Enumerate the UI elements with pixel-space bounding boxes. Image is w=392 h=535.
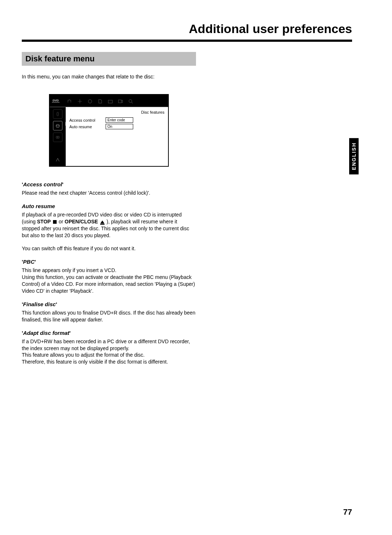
tab-icon-5: [105, 97, 115, 106]
title-rule: [22, 40, 352, 42]
stop-icon: [53, 220, 57, 224]
svg-point-3: [129, 100, 132, 102]
tab-icon-6: [115, 97, 126, 106]
subsection-heading: Auto resume: [22, 203, 196, 209]
side-icon-record: [53, 133, 62, 142]
subsection-heading: 'PBC': [22, 259, 196, 265]
body-paragraph: This line appears only if you insert a V…: [22, 267, 196, 295]
subsection-heading: 'Finalise disc': [22, 301, 196, 307]
svg-point-6: [57, 137, 58, 138]
body-paragraph: Please read the next chapter 'Access con…: [22, 190, 196, 196]
svg-rect-1: [108, 100, 112, 103]
osd-row-label: Access control: [69, 118, 106, 122]
body-paragraph: You can switch off this feature if you d…: [22, 245, 196, 252]
osd-row-value: On: [106, 124, 133, 129]
tab-icon-7: [126, 97, 136, 106]
tab-icon-1: [65, 97, 75, 106]
svg-point-0: [88, 100, 92, 103]
subsection-heading: 'Access control': [22, 181, 196, 187]
subsection-heading: 'Adapt disc format': [22, 330, 196, 336]
side-icon-disc: [53, 121, 62, 130]
eject-icon: [100, 220, 105, 224]
svg-rect-4: [57, 112, 58, 116]
body-paragraph: This function allows you to finalise DVD…: [22, 309, 196, 323]
tab-icon-2: [75, 97, 85, 106]
osd-row: Access control Enter code: [69, 117, 164, 123]
svg-rect-5: [56, 136, 59, 138]
osd-row-label: Auto resume: [69, 125, 106, 129]
body-paragraph: If playback of a pre-recorded DVD video …: [22, 211, 196, 239]
osd-row-value: Enter code: [106, 117, 133, 123]
dvd-logo: DVD: [52, 99, 60, 102]
intro-text: In this menu, you can make changes that …: [22, 74, 196, 80]
osd-heading: Disc features: [69, 110, 164, 114]
language-tab: ENGLISH: [349, 138, 359, 174]
side-icon-remote: [53, 109, 62, 119]
tab-icon-4: [95, 97, 105, 106]
section-header: Disk feature menu: [22, 52, 196, 66]
onscreen-menu-figure: DVD: [49, 94, 169, 167]
page-number: 77: [343, 507, 352, 517]
tab-icon-3: [85, 97, 95, 106]
svg-rect-2: [118, 100, 121, 103]
osd-row: Auto resume On: [69, 124, 164, 129]
body-paragraph: If a DVD+RW has been recorded in a PC dr…: [22, 338, 196, 366]
side-icon-install: [53, 155, 62, 165]
page-title: Additional user preferences: [22, 22, 352, 36]
